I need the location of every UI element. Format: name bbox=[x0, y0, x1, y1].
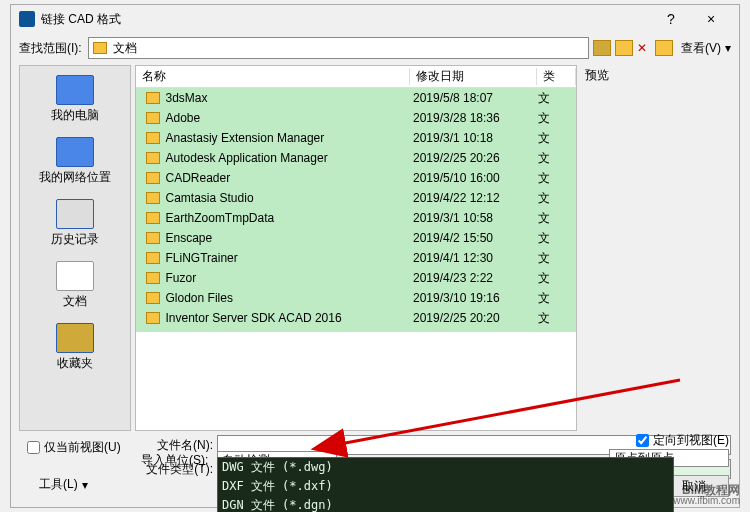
file-list-area: 名称 修改日期 类 3dsMax2019/5/8 18:07文Adobe2019… bbox=[135, 65, 577, 431]
folder-icon bbox=[93, 42, 107, 54]
main-area: 我的电脑 我的网络位置 历史记录 文档 收藏夹 名称 修改日期 类 3dsMax… bbox=[11, 63, 739, 433]
help-button[interactable]: ? bbox=[651, 7, 691, 31]
sidebar-item-computer[interactable]: 我的电脑 bbox=[20, 72, 130, 132]
watermark: BIM教程网 www.ifbim.com bbox=[673, 484, 740, 506]
new-folder-icon[interactable] bbox=[655, 40, 673, 56]
look-in-dropdown[interactable]: 文档 bbox=[88, 37, 589, 59]
table-row[interactable]: 3dsMax2019/5/8 18:07文 bbox=[136, 88, 576, 108]
titlebar: 链接 CAD 格式 ? × bbox=[11, 5, 739, 33]
favorites-icon bbox=[56, 323, 94, 353]
filetype-option[interactable]: DXF 文件 (*.dxf) bbox=[218, 477, 673, 496]
folder-icon bbox=[146, 192, 160, 204]
sidebar-item-documents[interactable]: 文档 bbox=[20, 258, 130, 318]
table-row[interactable]: Glodon Files2019/3/10 19:16文 bbox=[136, 288, 576, 308]
table-row[interactable]: Adobe2019/3/28 18:36文 bbox=[136, 108, 576, 128]
up-icon[interactable] bbox=[615, 40, 633, 56]
orient-view-checkbox[interactable] bbox=[636, 434, 649, 447]
folder-icon bbox=[146, 292, 160, 304]
table-row[interactable]: FLiNGTrainer2019/4/1 12:30文 bbox=[136, 248, 576, 268]
folder-icon bbox=[146, 112, 160, 124]
file-list-body[interactable]: 3dsMax2019/5/8 18:07文Adobe2019/3/28 18:3… bbox=[136, 88, 576, 332]
preview-pane: 预览 bbox=[581, 65, 731, 431]
chevron-down-icon[interactable]: ▾ bbox=[82, 478, 88, 492]
current-view-label: 仅当前视图(U) bbox=[44, 439, 121, 456]
close-button[interactable]: × bbox=[691, 7, 731, 31]
tools-button[interactable]: 工具(L) bbox=[39, 476, 78, 493]
sidebar-item-network[interactable]: 我的网络位置 bbox=[20, 134, 130, 194]
folder-icon bbox=[146, 272, 160, 284]
sidebar-item-favorites[interactable]: 收藏夹 bbox=[20, 320, 130, 380]
filetype-option[interactable]: DWG 文件 (*.dwg) bbox=[218, 458, 673, 477]
view-menu[interactable]: 查看(V) bbox=[681, 40, 721, 57]
orient-view-label: 定向到视图(E) bbox=[653, 432, 729, 449]
col-date[interactable]: 修改日期 bbox=[410, 68, 537, 85]
app-icon bbox=[19, 11, 35, 27]
network-icon bbox=[56, 137, 94, 167]
file-list-header: 名称 修改日期 类 bbox=[136, 66, 576, 88]
folder-icon bbox=[146, 252, 160, 264]
folder-icon bbox=[146, 152, 160, 164]
delete-icon[interactable]: ✕ bbox=[637, 41, 651, 55]
places-sidebar: 我的电脑 我的网络位置 历史记录 文档 收藏夹 bbox=[19, 65, 131, 431]
computer-icon bbox=[56, 75, 94, 105]
look-in-label: 查找范围(I): bbox=[19, 40, 82, 57]
topbar: 查找范围(I): 文档 ✕ 查看(V) ▾ bbox=[11, 33, 739, 63]
table-row[interactable]: Anastasiy Extension Manager2019/3/1 10:1… bbox=[136, 128, 576, 148]
back-icon[interactable] bbox=[593, 40, 611, 56]
col-type[interactable]: 类 bbox=[537, 68, 576, 85]
toolbar-icons: ✕ bbox=[593, 40, 673, 56]
table-row[interactable]: EarthZoomTmpData2019/3/1 10:58文 bbox=[136, 208, 576, 228]
table-row[interactable]: Autodesk Application Manager2019/2/25 20… bbox=[136, 148, 576, 168]
table-row[interactable]: Enscape2019/4/2 15:50文 bbox=[136, 228, 576, 248]
col-name[interactable]: 名称 bbox=[136, 68, 410, 85]
table-row[interactable]: CADReader2019/5/10 16:00文 bbox=[136, 168, 576, 188]
link-cad-dialog: 链接 CAD 格式 ? × 查找范围(I): 文档 ✕ 查看(V) ▾ 我的电脑… bbox=[10, 4, 740, 508]
filetype-option[interactable]: DGN 文件 (*.dgn) bbox=[218, 496, 673, 512]
look-in-value: 文档 bbox=[113, 40, 137, 57]
folder-icon bbox=[146, 172, 160, 184]
table-row[interactable]: Camtasia Studio2019/4/22 12:12文 bbox=[136, 188, 576, 208]
history-icon bbox=[56, 199, 94, 229]
window-title: 链接 CAD 格式 bbox=[41, 11, 651, 28]
preview-label: 预览 bbox=[581, 65, 731, 86]
folder-icon bbox=[146, 92, 160, 104]
folder-icon bbox=[146, 312, 160, 324]
folder-icon bbox=[146, 132, 160, 144]
folder-icon bbox=[146, 212, 160, 224]
sidebar-item-history[interactable]: 历史记录 bbox=[20, 196, 130, 256]
chevron-down-icon[interactable]: ▾ bbox=[725, 41, 731, 55]
document-icon bbox=[56, 261, 94, 291]
folder-icon bbox=[146, 232, 160, 244]
import-units-label: 导入单位(S): bbox=[141, 452, 208, 469]
table-row[interactable]: Inventor Server SDK ACAD 20162019/2/25 2… bbox=[136, 308, 576, 328]
current-view-checkbox[interactable] bbox=[27, 441, 40, 454]
filetype-dropdown[interactable]: DWG 文件 (*.dwg)DXF 文件 (*.dxf)DGN 文件 (*.dg… bbox=[217, 457, 674, 512]
table-row[interactable]: Fuzor2019/4/23 2:22文 bbox=[136, 268, 576, 288]
